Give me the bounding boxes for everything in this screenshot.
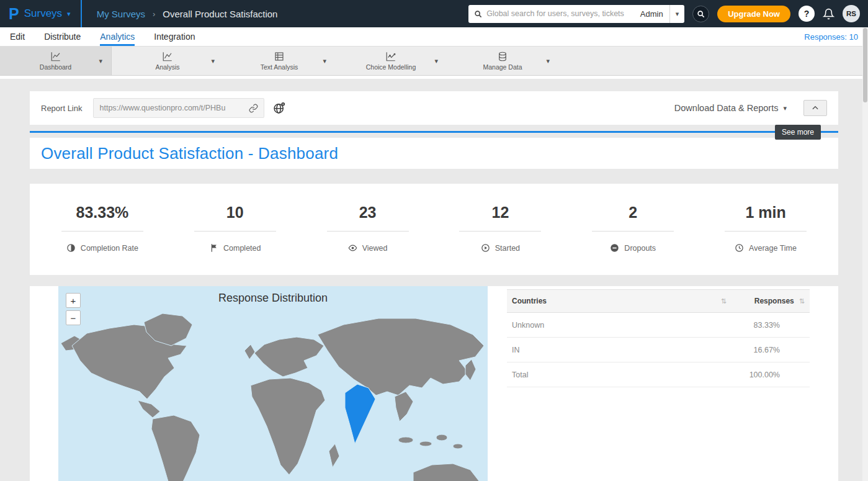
countries-table: Countries ⇅ Responses ⇅ Unknown 83.33% I… — [507, 286, 810, 481]
avatar[interactable]: RS — [843, 5, 860, 22]
toolbar-item-label: Analysis — [155, 63, 179, 71]
vertical-scrollbar[interactable] — [862, 27, 868, 481]
chevron-down-icon[interactable]: ▾ — [434, 57, 438, 65]
divider — [0, 76, 868, 79]
chevron-down-icon: ▾ — [67, 11, 71, 17]
page-title: Overall Product Satisfaction - Dashboard — [41, 144, 338, 163]
map-zoom-controls: + − — [66, 293, 81, 325]
chevron-down-icon[interactable]: ▾ — [323, 57, 326, 65]
see-more-tooltip: See more — [775, 125, 821, 140]
help-button[interactable]: ? — [799, 6, 815, 22]
toolbar-item-analysis[interactable]: Analysis ▾ — [112, 47, 223, 75]
map-region-asia — [318, 318, 484, 395]
search-scope-label[interactable]: Admin — [634, 9, 669, 19]
play-circle-icon — [481, 243, 490, 253]
global-search-input[interactable] — [486, 9, 634, 18]
report-link-bar: Report Link Download Data & Reports ▾ — [30, 91, 838, 125]
title-card: Overall Product Satisfaction - Dashboard — [30, 138, 838, 169]
chevron-down-icon[interactable]: ▾ — [546, 57, 550, 65]
map-region-madagascar — [329, 444, 339, 467]
stat-label: Completed — [223, 244, 261, 253]
toolbar-item-choice-modelling[interactable]: Choice Modelling ▾ — [335, 47, 447, 75]
stat-label: Completion Rate — [81, 244, 138, 253]
stat-completed: 10 Completed — [169, 204, 302, 253]
download-data-reports-menu[interactable]: Download Data & Reports ▾ — [674, 103, 787, 113]
map-region-india-highlighted[interactable] — [345, 384, 375, 444]
divider — [61, 231, 143, 232]
responses-cell: 16.67% — [710, 346, 780, 354]
countries-header-label: Countries — [512, 297, 547, 305]
countries-column-header[interactable]: Countries ⇅ — [512, 297, 735, 305]
stat-value: 83.33% — [76, 204, 129, 222]
stat-started: 12 Started — [434, 204, 566, 253]
notifications-button[interactable] — [823, 8, 834, 20]
flag-icon — [209, 243, 218, 253]
sort-icon: ⇅ — [799, 297, 805, 305]
database-icon — [497, 51, 508, 62]
divider — [592, 231, 674, 232]
product-switcher[interactable]: P Surveys ▾ — [0, 0, 82, 27]
tab-integration[interactable]: Integration — [154, 27, 195, 46]
map-region-island — [436, 434, 447, 441]
world-map-chart[interactable]: Response Distribution + − — [58, 286, 488, 481]
toolbar-item-text-analysis[interactable]: Text Analysis ▾ — [223, 47, 335, 75]
stat-value: 2 — [629, 204, 637, 222]
countries-table-header: Countries ⇅ Responses ⇅ — [507, 289, 810, 313]
collapse-panel-button[interactable] — [803, 100, 827, 116]
country-cell: Total — [512, 371, 710, 379]
search-scope-dropdown[interactable]: ▾ — [669, 5, 685, 23]
stat-value: 1 min — [745, 204, 785, 222]
search-button[interactable] — [692, 6, 709, 22]
map-region-europe — [254, 337, 324, 377]
product-switcher-label: Surveys — [24, 7, 62, 20]
stat-label: Dropouts — [624, 244, 656, 253]
zoom-out-button[interactable]: − — [66, 310, 81, 325]
completion-rate-icon — [66, 243, 76, 253]
breadcrumb-separator: › — [153, 9, 155, 19]
bell-icon — [823, 8, 834, 20]
topbar: P Surveys ▾ My Surveys › Overall Product… — [0, 0, 868, 27]
tab-edit[interactable]: Edit — [10, 27, 25, 46]
scrollbar-thumb[interactable] — [863, 28, 867, 102]
global-search: Admin ▾ — [468, 5, 684, 23]
responses-column-header[interactable]: Responses ⇅ — [735, 297, 805, 305]
tab-distribute[interactable]: Distribute — [44, 27, 81, 46]
main-content: Report Link Download Data & Reports ▾ — [0, 91, 868, 481]
map-region-australia — [413, 464, 479, 481]
divider — [327, 231, 409, 232]
breadcrumb-my-surveys[interactable]: My Surveys — [97, 9, 145, 19]
sort-icon: ⇅ — [721, 297, 727, 305]
chevron-down-icon: ▾ — [676, 11, 679, 17]
map-region-united-kingdom — [244, 344, 255, 359]
map-region-southeast-asia — [395, 392, 413, 421]
stat-label: Viewed — [362, 244, 388, 253]
responses-count: Responses: 10 — [804, 32, 858, 42]
report-link-label: Report Link — [41, 104, 82, 113]
chart-icon — [385, 51, 396, 62]
zoom-in-button[interactable]: + — [66, 293, 81, 308]
report-settings-button[interactable] — [273, 102, 285, 114]
toolbar-item-manage-data[interactable]: Manage Data ▾ — [447, 47, 558, 75]
line-chart-icon — [162, 51, 173, 62]
toolbar-item-label: Dashboard — [40, 63, 71, 71]
stat-label: Average Time — [749, 244, 797, 253]
stat-label: Started — [495, 244, 520, 253]
stat-value: 23 — [359, 204, 377, 222]
map-region-south-america — [151, 415, 200, 481]
stat-value: 10 — [226, 204, 244, 222]
minus-circle-icon — [610, 243, 619, 253]
chevron-down-icon[interactable]: ▾ — [99, 57, 102, 65]
map-region-africa — [251, 378, 325, 475]
toolbar-item-label: Text Analysis — [261, 63, 298, 71]
stat-dropouts: 2 Dropouts — [566, 204, 699, 253]
responses-cell: 83.33% — [710, 321, 780, 330]
clock-icon — [735, 243, 744, 253]
chevron-down-icon[interactable]: ▾ — [211, 57, 215, 65]
link-icon[interactable] — [249, 104, 258, 113]
tab-analytics[interactable]: Analytics — [100, 27, 135, 46]
stats-card: 83.33% Completion Rate 10 Completed — [30, 184, 838, 275]
toolbar-item-dashboard[interactable]: Dashboard ▾ — [0, 47, 112, 75]
upgrade-now-button[interactable]: Upgrade Now — [717, 6, 790, 22]
report-link-input[interactable] — [99, 104, 245, 112]
divider — [194, 231, 276, 232]
